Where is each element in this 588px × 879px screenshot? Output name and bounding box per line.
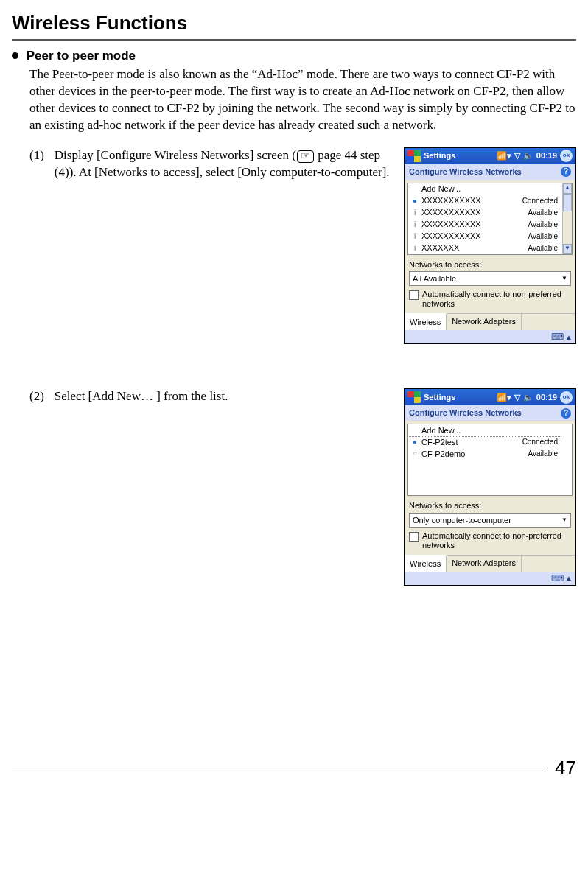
step-1-number: (1) [29, 147, 44, 164]
speaker-icon[interactable]: 🔈 [523, 150, 533, 161]
row-status: Available [528, 231, 559, 242]
networks-list-body[interactable]: Add New... ●XXXXXXXXXXXConnected iXXXXXX… [408, 183, 562, 254]
page-title: Wireless Functions [12, 10, 576, 36]
titlebar-title: Settings [424, 150, 455, 161]
row-name[interactable]: CF-P2test [421, 437, 519, 448]
networks-to-access-dropdown[interactable]: Only computer-to-computer ▼ [409, 513, 571, 528]
connected-icon: ● [411, 437, 419, 447]
screenshot-2: Settings 📶▾ ▽ 🔈 00:19 ok Configure Wirel… [404, 388, 576, 586]
page-footer: 47 [12, 755, 576, 781]
footer-rule [12, 768, 546, 768]
auto-connect-checkbox[interactable] [409, 532, 419, 542]
scroll-track[interactable] [563, 194, 572, 244]
step-2-number: (2) [29, 388, 44, 405]
step-2: (2) Select [Add New… ] from the list. Se… [29, 388, 576, 586]
ok-button[interactable]: ok [560, 391, 573, 404]
help-icon[interactable]: ? [561, 167, 571, 177]
titlebar-title: Settings [424, 392, 455, 403]
signal-icon[interactable]: 📶▾ [497, 392, 511, 403]
tab-bar: Wireless Network Adapters [405, 555, 575, 572]
row-name[interactable]: XXXXXXXXXXX [421, 195, 519, 206]
section-heading: Peer to peer mode [12, 48, 576, 65]
scroll-up-button[interactable]: ▲ [563, 183, 572, 194]
window-caption: Configure Wireless Networks ? [405, 405, 575, 421]
intro-paragraph: The Peer-to-peer mode is also known as t… [29, 66, 576, 134]
tab-wireless[interactable]: Wireless [405, 555, 447, 572]
row-status: Available [528, 220, 559, 230]
chevron-down-icon: ▼ [560, 516, 569, 525]
row-name[interactable]: XXXXXXX [421, 242, 525, 253]
help-icon[interactable]: ? [561, 408, 571, 419]
row-name[interactable]: XXXXXXXXXXX [421, 207, 525, 218]
step-1-text: Display [Configure Wireless Networks] sc… [55, 147, 393, 181]
page-number: 47 [555, 755, 576, 781]
row-name[interactable]: CF-P2demo [421, 449, 525, 460]
step-1: (1) Display [Configure Wireless Networks… [29, 147, 576, 345]
sip-up-icon[interactable]: ▲ [565, 332, 573, 343]
networks-to-access-label: Networks to access: [409, 500, 571, 511]
row-name[interactable]: Add New... [421, 183, 555, 195]
titlebar: Settings 📶▾ ▽ 🔈 00:19 ok [405, 389, 575, 405]
row-name[interactable]: XXXXXXXXXXX [421, 231, 525, 242]
connected-icon: ● [411, 196, 419, 206]
start-flag-icon[interactable] [407, 150, 421, 162]
tab-bar: Wireless Network Adapters [405, 313, 575, 330]
row-name[interactable]: Add New... [421, 425, 555, 436]
scrollbar[interactable]: ▲ ▼ [562, 183, 572, 254]
sip-bar: ⌨ ▲ [405, 330, 575, 343]
bullet-icon [12, 52, 18, 59]
dropdown-value: Only computer-to-computer [413, 515, 560, 526]
title-rule [12, 39, 576, 41]
row-name[interactable]: XXXXXXXXXXX [421, 219, 525, 230]
chevron-down-icon: ▼ [560, 275, 569, 283]
row-status: Available [528, 243, 559, 253]
tab-network-adapters[interactable]: Network Adapters [447, 314, 522, 330]
keyboard-icon[interactable]: ⌨ [551, 572, 564, 584]
sip-bar: ⌨ ▲ [405, 572, 575, 585]
speaker-icon[interactable]: 🔈 [523, 392, 533, 403]
tab-network-adapters[interactable]: Network Adapters [447, 556, 522, 572]
info-icon: i [411, 208, 419, 218]
tab-wireless[interactable]: Wireless [405, 313, 447, 330]
titlebar: Settings 📶▾ ▽ 🔈 00:19 ok [405, 148, 575, 164]
screenshot-1: Settings 📶▾ ▽ 🔈 00:19 ok Configure Wirel… [404, 147, 576, 345]
info-icon: i [411, 220, 419, 230]
scroll-down-button[interactable]: ▼ [563, 244, 572, 254]
adhoc-icon: ○ [411, 449, 419, 459]
auto-connect-checkbox[interactable] [409, 290, 419, 300]
networks-list: Add New... ●CF-P2testConnected ○CF-P2dem… [407, 424, 573, 496]
dropdown-value: All Available [413, 273, 560, 284]
row-status: Connected [522, 437, 559, 447]
antenna-icon[interactable]: ▽ [514, 392, 520, 403]
networks-to-access-label: Networks to access: [409, 259, 571, 270]
clock-text: 00:19 [536, 392, 557, 403]
scroll-thumb[interactable] [563, 194, 572, 211]
window-caption: Configure Wireless Networks ? [405, 164, 575, 180]
row-status: Available [528, 449, 559, 459]
signal-icon[interactable]: 📶▾ [497, 150, 511, 161]
auto-connect-label: Automatically connect to non-preferred n… [422, 531, 571, 550]
info-icon: i [411, 243, 419, 253]
sip-up-icon[interactable]: ▲ [565, 573, 573, 584]
networks-list-body[interactable]: Add New... ●CF-P2testConnected ○CF-P2dem… [408, 424, 562, 495]
antenna-icon[interactable]: ▽ [514, 150, 520, 161]
networks-list: Add New... ●XXXXXXXXXXXConnected iXXXXXX… [407, 183, 573, 255]
start-flag-icon[interactable] [407, 391, 421, 403]
ok-button[interactable]: ok [560, 150, 573, 162]
row-status: Connected [522, 196, 559, 206]
step-2-text: Select [Add New… ] from the list. [55, 388, 393, 405]
info-icon: i [411, 231, 419, 242]
section-head-text: Peer to peer mode [27, 49, 136, 63]
networks-to-access-dropdown[interactable]: All Available ▼ [409, 271, 571, 286]
keyboard-icon[interactable]: ⌨ [551, 331, 564, 343]
auto-connect-label: Automatically connect to non-preferred n… [422, 290, 571, 309]
row-status: Available [528, 208, 559, 218]
clock-text: 00:19 [536, 150, 557, 161]
pointing-hand-icon: ☞ [297, 150, 314, 163]
